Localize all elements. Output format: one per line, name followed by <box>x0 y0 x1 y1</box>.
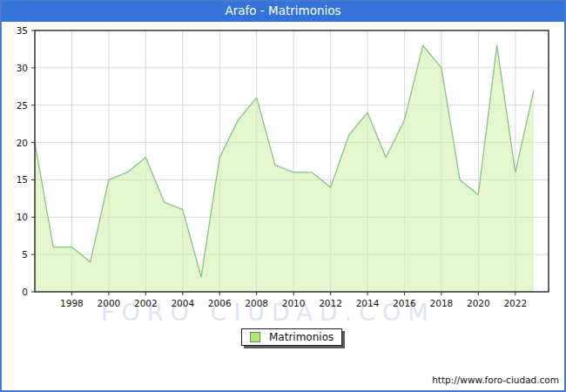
y-tick-label: 0 <box>22 287 28 297</box>
legend-swatch-matrimonios <box>250 332 260 342</box>
y-tick-label: 15 <box>17 174 28 185</box>
footer-url: http://www.foro-ciudad.com <box>432 375 559 385</box>
legend: Matrimonios <box>241 328 342 346</box>
x-tick-label: 2000 <box>98 298 121 308</box>
y-tick-label: 30 <box>17 63 28 73</box>
x-tick-label: 2020 <box>467 298 490 308</box>
y-tick-label: 10 <box>17 212 28 222</box>
x-tick-label: 2008 <box>245 298 268 308</box>
x-tick-label: 2004 <box>171 298 194 308</box>
x-tick-label: 2012 <box>319 298 342 308</box>
chart-window: Arafo - Matrimonios FORO CIUDAD.COM 1998… <box>0 0 566 392</box>
y-tick-label: 35 <box>17 25 28 36</box>
x-tick-label: 2016 <box>393 298 416 308</box>
chart-title: Arafo - Matrimonios <box>0 0 566 22</box>
x-tick-label: 2002 <box>134 298 158 308</box>
y-tick-label: 5 <box>22 249 28 260</box>
x-tick-label: 2022 <box>503 298 527 308</box>
x-tick-label: 2006 <box>208 298 232 308</box>
x-tick-label: 2010 <box>282 298 306 308</box>
y-tick-label: 20 <box>17 138 28 148</box>
y-tick-label: 25 <box>17 100 28 111</box>
x-tick-label: 2014 <box>356 298 380 308</box>
legend-label: Matrimonios <box>269 331 334 343</box>
x-tick-label: 1998 <box>60 298 84 308</box>
x-tick-label: 2018 <box>430 298 454 308</box>
